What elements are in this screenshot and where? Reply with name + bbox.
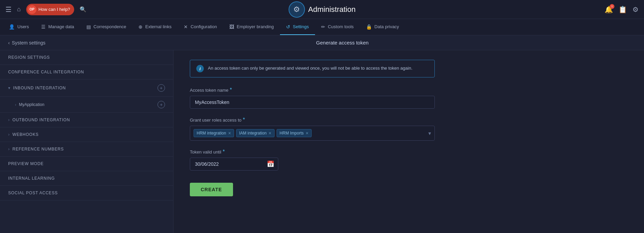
- token-name-label: Access token name *: [190, 87, 435, 93]
- top-bar-left: ☰ ⌂ OP How can I help? 🔍: [5, 4, 86, 15]
- valid-until-input[interactable]: [190, 158, 278, 171]
- my-app-add-button[interactable]: +: [158, 101, 165, 108]
- help-avatar: OP: [28, 5, 36, 14]
- admin-logo: ⚙: [288, 1, 305, 18]
- my-application-left: › MyApplication: [15, 102, 44, 107]
- nav-item-configuration[interactable]: ✕ Configuration: [178, 19, 223, 35]
- clipboard-icon[interactable]: 📋: [618, 5, 627, 14]
- notification-badge: 1: [610, 4, 614, 9]
- sidebar-item-webhooks[interactable]: › WEBHOOKS: [0, 127, 173, 142]
- sidebar-item-preview-mode[interactable]: PREVIEW MODE: [0, 157, 173, 171]
- users-nav-icon: 👤: [9, 24, 15, 30]
- required-dot-roles: *: [243, 117, 245, 123]
- sidebar-item-inbound-integration[interactable]: ▾ INBOUND INTEGRATION +: [0, 79, 173, 97]
- tag-hrm-integration: HRM integration ×: [194, 129, 234, 137]
- notification-wrapper: 🔔 1: [605, 5, 613, 14]
- webhooks-left: › WEBHOOKS: [8, 132, 39, 137]
- valid-until-label: Token valid until *: [190, 149, 435, 155]
- top-bar-center: ⚙ Administration: [288, 1, 356, 18]
- breadcrumb-page-title: Generate access token: [49, 40, 636, 46]
- calendar-icon[interactable]: 📅: [267, 160, 274, 168]
- home-icon[interactable]: ⌂: [17, 6, 21, 13]
- valid-until-group: Token valid until * 📅: [190, 149, 435, 171]
- token-name-input[interactable]: [190, 96, 435, 109]
- nav-item-manage-data[interactable]: ☰ Manage data: [35, 19, 80, 35]
- correspondence-nav-icon: ▤: [86, 24, 91, 30]
- nav-item-custom-tools[interactable]: ✏ Custom tools: [315, 19, 360, 35]
- manage-data-nav-icon: ☰: [41, 24, 46, 30]
- nav-item-settings[interactable]: ↺ Settings: [280, 19, 315, 35]
- back-chevron-icon: ‹: [8, 40, 10, 46]
- top-bar-right: 🔔 1 📋 ⚙: [605, 5, 639, 14]
- required-dot-token-name: *: [230, 87, 232, 93]
- nav-users-label: Users: [17, 24, 29, 29]
- create-button[interactable]: CREATE: [190, 183, 233, 196]
- sidebar-item-reference-numbers[interactable]: › REFERENCE NUMBERS: [0, 142, 173, 157]
- external-links-nav-icon: ⊕: [138, 24, 143, 30]
- reference-numbers-chevron-icon: ›: [8, 147, 10, 151]
- main-layout: REGION SETTINGS CONFERENCE CALL INTEGRAT…: [0, 50, 644, 233]
- nav-settings-label: Settings: [293, 24, 309, 29]
- help-badge[interactable]: OP How can I help?: [26, 4, 74, 15]
- token-name-group: Access token name *: [190, 87, 435, 109]
- info-box: i An access token can only be generated …: [190, 60, 435, 77]
- nav-correspondence-label: Correspondence: [94, 24, 126, 29]
- date-input-wrapper: 📅: [190, 158, 278, 171]
- info-message: An access token can only be generated an…: [208, 65, 412, 72]
- settings-icon[interactable]: ⚙: [632, 5, 639, 14]
- sidebar-item-outbound-integration[interactable]: › OUTBOUND INTEGRATION: [0, 113, 173, 127]
- roles-label: Grant user roles access to *: [190, 117, 435, 123]
- configuration-nav-icon: ✕: [184, 24, 188, 30]
- tag-hrm-integration-remove[interactable]: ×: [228, 130, 231, 136]
- tag-hrm-imports: HRM Imports ×: [277, 129, 312, 137]
- nav-item-data-privacy[interactable]: 🔒 Data privacy: [360, 19, 405, 35]
- outbound-integration-left: › OUTBOUND INTEGRATION: [8, 118, 70, 122]
- sidebar-item-region-settings[interactable]: REGION SETTINGS: [0, 50, 173, 65]
- sidebar-item-conference-call[interactable]: CONFERENCE CALL INTEGRATION: [0, 65, 173, 79]
- sidebar-item-my-application[interactable]: › MyApplication +: [0, 97, 173, 113]
- breadcrumb-back-button[interactable]: ‹ System settings: [8, 40, 46, 46]
- my-application-label: MyApplication: [19, 102, 45, 107]
- my-app-chevron-icon: ›: [15, 103, 16, 107]
- data-privacy-nav-icon: 🔒: [366, 24, 372, 30]
- nav-item-users[interactable]: 👤 Users: [3, 19, 35, 35]
- outbound-chevron-icon: ›: [8, 118, 10, 122]
- inbound-add-button[interactable]: +: [158, 84, 165, 92]
- nav-bar: 👤 Users ☰ Manage data ▤ Correspondence ⊕…: [0, 19, 644, 35]
- sidebar: REGION SETTINGS CONFERENCE CALL INTEGRAT…: [0, 50, 174, 233]
- roles-group: Grant user roles access to * HRM integra…: [190, 117, 435, 141]
- nav-manage-data-label: Manage data: [48, 24, 74, 29]
- search-icon[interactable]: 🔍: [80, 6, 86, 13]
- reference-numbers-label: REFERENCE NUMBERS: [13, 147, 64, 151]
- nav-item-correspondence[interactable]: ▤ Correspondence: [80, 19, 132, 35]
- nav-custom-tools-label: Custom tools: [328, 24, 354, 29]
- content-area: i An access token can only be generated …: [174, 50, 644, 233]
- tag-iam-integration: IAM integration ×: [236, 129, 275, 137]
- inbound-integration-label: INBOUND INTEGRATION: [13, 86, 66, 90]
- tag-hrm-imports-remove[interactable]: ×: [306, 130, 308, 136]
- settings-nav-icon: ↺: [286, 24, 290, 30]
- custom-tools-nav-icon: ✏: [321, 24, 325, 30]
- tag-iam-integration-label: IAM integration: [239, 131, 267, 136]
- nav-item-employer-branding[interactable]: 🖼 Employer branding: [223, 19, 280, 35]
- tag-hrm-integration-label: HRM integration: [197, 131, 226, 136]
- breadcrumb-back-label: System settings: [12, 40, 46, 46]
- nav-data-privacy-label: Data privacy: [375, 24, 399, 29]
- outbound-integration-label: OUTBOUND INTEGRATION: [13, 118, 70, 122]
- hamburger-icon[interactable]: ☰: [5, 5, 12, 14]
- roles-tags-input[interactable]: HRM integration × IAM integration × HRM …: [190, 126, 435, 141]
- nav-item-external-links[interactable]: ⊕ External links: [132, 19, 178, 35]
- sidebar-item-internal-learning[interactable]: INTERNAL LEARNING: [0, 171, 173, 186]
- tag-hrm-imports-label: HRM Imports: [280, 131, 304, 136]
- nav-employer-branding-label: Employer branding: [237, 24, 274, 29]
- inbound-integration-left: ▾ INBOUND INTEGRATION: [8, 86, 66, 90]
- region-settings-label: REGION SETTINGS: [8, 55, 50, 60]
- breadcrumb: ‹ System settings Generate access token: [0, 35, 644, 50]
- conference-call-label: CONFERENCE CALL INTEGRATION: [8, 70, 84, 74]
- reference-numbers-left: › REFERENCE NUMBERS: [8, 147, 64, 151]
- tags-dropdown-icon[interactable]: ▾: [428, 130, 431, 137]
- sidebar-item-social-post-access[interactable]: SOCIAL POST ACCESS: [0, 186, 173, 200]
- webhooks-label: WEBHOOKS: [13, 132, 39, 137]
- tag-iam-integration-remove[interactable]: ×: [269, 130, 271, 136]
- nav-configuration-label: Configuration: [191, 24, 217, 29]
